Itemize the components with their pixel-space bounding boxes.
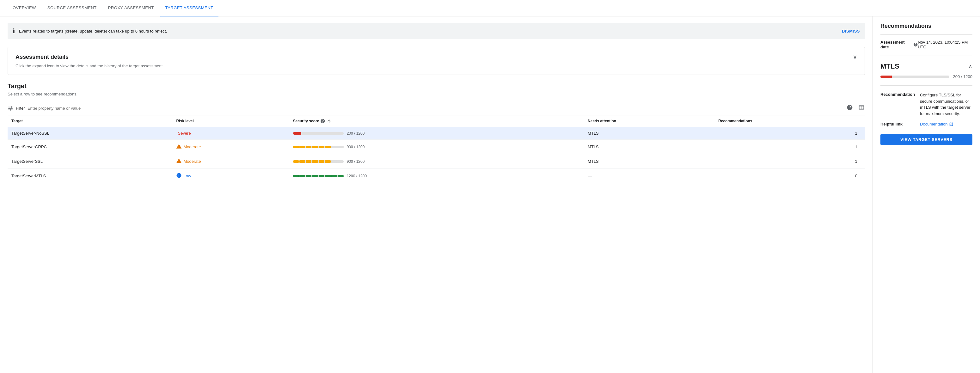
filter-icon <box>8 106 13 111</box>
documentation-link[interactable]: Documentation <box>920 122 972 127</box>
score-bar <box>293 132 344 135</box>
tab-overview[interactable]: OVERVIEW <box>8 0 41 16</box>
cell-needs-attention: MTLS <box>584 127 714 140</box>
assessment-description: Click the expand icon to view the detail… <box>16 63 857 68</box>
risk-label: Moderate <box>183 159 201 164</box>
cell-score: 900 / 1200 <box>289 140 584 154</box>
cell-recommendations: 1 <box>714 127 865 140</box>
rec-detail-grid: Recommendation Configure TLS/SSL for sec… <box>880 92 972 127</box>
col-target: Target <box>8 115 172 127</box>
mtls-score-fill <box>880 76 892 78</box>
mtls-score-bar <box>880 76 949 78</box>
assessment-expand-icon[interactable]: ∨ <box>853 53 857 60</box>
tab-target[interactable]: TARGET ASSESSMENT <box>160 0 218 16</box>
cell-score: 900 / 1200 <box>289 154 584 169</box>
cell-recommendations: 1 <box>714 140 865 154</box>
col-recommendations: Recommendations <box>714 115 865 127</box>
target-table: Target Risk level Security score Needs a… <box>8 115 865 183</box>
table-row[interactable]: TargetServerMTLS Low 1200 / 1200 — 0 <box>8 169 865 183</box>
cell-target: TargetServer-NoSSL <box>8 127 172 140</box>
cell-recommendations: 1 <box>714 154 865 169</box>
sidebar: Recommendations Assessment date Nov 14, … <box>872 16 980 373</box>
columns-icon[interactable] <box>858 104 865 113</box>
cell-risk: Severe <box>172 127 289 140</box>
cell-target: TargetServerGRPC <box>8 140 172 154</box>
info-icon: ℹ <box>13 27 15 35</box>
mtls-score-text: 200 / 1200 <box>953 74 972 79</box>
table-row[interactable]: TargetServer-NoSSL Severe 200 / 1200 MTL… <box>8 127 865 140</box>
sidebar-title: Recommendations <box>880 23 972 35</box>
score-text: 1200 / 1200 <box>347 174 367 178</box>
cell-target: TargetServerMTLS <box>8 169 172 183</box>
score-bar <box>293 175 344 177</box>
view-target-servers-button[interactable]: VIEW TARGET SERVERS <box>880 134 972 145</box>
assessment-date-row: Assessment date Nov 14, 2023, 10:04:25 P… <box>880 40 972 56</box>
score-text: 900 / 1200 <box>347 145 365 149</box>
score-bar <box>293 160 344 163</box>
assessment-date-label: Assessment date <box>880 40 918 49</box>
col-needs-attention: Needs attention <box>584 115 714 127</box>
cell-score: 1200 / 1200 <box>289 169 584 183</box>
col-risk-level: Risk level <box>172 115 289 127</box>
recommendation-label: Recommendation <box>880 92 915 117</box>
risk-label: Severe <box>178 131 191 136</box>
dismiss-button[interactable]: DISMISS <box>842 29 860 33</box>
risk-label: Low <box>183 173 191 178</box>
risk-label: Moderate <box>183 144 201 149</box>
risk-icon <box>176 173 182 179</box>
content-area: ℹ Events related to targets (create, upd… <box>0 16 872 373</box>
help-icon[interactable] <box>846 104 853 112</box>
cell-target: TargetServerSSL <box>8 154 172 169</box>
cell-risk: Moderate <box>172 154 289 169</box>
cell-score: 200 / 1200 <box>289 127 584 140</box>
filter-input[interactable] <box>27 106 846 111</box>
helpful-link-label: Helpful link <box>880 122 915 127</box>
cell-risk: Low <box>172 169 289 183</box>
mtls-score-row: 200 / 1200 <box>880 74 972 86</box>
tab-source[interactable]: SOURCE ASSESSMENT <box>42 0 102 16</box>
cell-risk: Moderate <box>172 140 289 154</box>
assessment-header: Assessment details ∨ <box>16 53 857 60</box>
assessment-title: Assessment details <box>16 54 68 60</box>
helpful-link-value: Documentation <box>920 122 972 127</box>
mtls-title: MTLS <box>880 62 899 70</box>
cell-needs-attention: — <box>584 169 714 183</box>
risk-icon <box>176 143 182 150</box>
score-text: 200 / 1200 <box>347 131 365 136</box>
assessment-details-section: Assessment details ∨ Click the expand ic… <box>8 47 865 75</box>
assessment-date-value: Nov 14, 2023, 10:04:25 PM UTC <box>918 40 972 49</box>
table-row[interactable]: TargetServerSSL Moderate 900 / 1200 MTLS… <box>8 154 865 169</box>
score-bar <box>293 146 344 148</box>
banner-text: Events related to targets (create, updat… <box>19 29 837 33</box>
mtls-collapse-icon[interactable]: ∧ <box>968 63 972 70</box>
tab-proxy[interactable]: PROXY ASSESSMENT <box>103 0 159 16</box>
risk-icon <box>176 158 182 165</box>
filter-label: Filter <box>16 106 25 111</box>
mtls-section: MTLS ∧ 200 / 1200 Recommendation Configu… <box>880 62 972 127</box>
score-text: 900 / 1200 <box>347 159 365 164</box>
main-layout: ℹ Events related to targets (create, upd… <box>0 16 980 373</box>
mtls-header: MTLS ∧ <box>880 62 972 70</box>
col-security-score: Security score <box>289 115 584 127</box>
table-row[interactable]: TargetServerGRPC Moderate 900 / 1200 MTL… <box>8 140 865 154</box>
cell-needs-attention: MTLS <box>584 140 714 154</box>
table-header-row: Target Risk level Security score Needs a… <box>8 115 865 127</box>
filter-bar: Filter <box>8 102 865 115</box>
target-section-title: Target <box>8 83 865 90</box>
target-section: Target Select a row to see recommendatio… <box>8 83 865 183</box>
cell-recommendations: 0 <box>714 169 865 183</box>
recommendation-value: Configure TLS/SSL for secure communicati… <box>920 92 972 117</box>
cell-needs-attention: MTLS <box>584 154 714 169</box>
info-banner: ℹ Events related to targets (create, upd… <box>8 23 865 39</box>
tabs-bar: OVERVIEWSOURCE ASSESSMENTPROXY ASSESSMEN… <box>0 0 980 16</box>
target-section-subtitle: Select a row to see recommendations. <box>8 92 865 97</box>
filter-actions <box>846 104 865 113</box>
